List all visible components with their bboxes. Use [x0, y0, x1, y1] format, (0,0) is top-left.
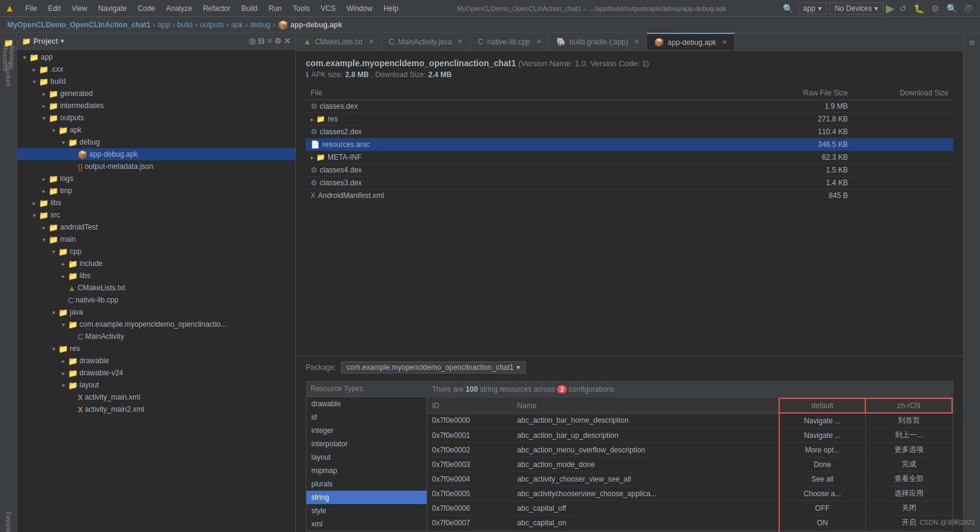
tree-item[interactable]: ▸📁drawable	[17, 355, 296, 367]
table-row[interactable]: ▸📁META-INF62.3 KB	[306, 151, 953, 164]
tab-apkdebug[interactable]: 📦 app-debug.apk ✕	[647, 33, 735, 50]
recent-icon[interactable]: ⏱	[962, 2, 975, 15]
menu-vcs[interactable]: VCS	[316, 3, 341, 14]
tree-item[interactable]: ▸📁include	[17, 257, 296, 270]
device-selector[interactable]: app ▾	[798, 2, 827, 15]
tree-item[interactable]: ▾📁outputs	[17, 112, 296, 124]
menu-run[interactable]: Run	[263, 3, 286, 14]
tree-item[interactable]: ▸📁drawable-v24	[17, 367, 296, 379]
bc-debug[interactable]: debug	[250, 21, 270, 29]
tab-nativelib[interactable]: C native-lib.cpp ✕	[470, 33, 549, 50]
collapse-icon[interactable]: ⊟	[258, 36, 265, 46]
resource-type-item[interactable]: drawable	[306, 397, 427, 411]
tab-mainactivity[interactable]: C MainActivity.java ✕	[382, 33, 471, 50]
tree-item[interactable]: ▾📁main	[17, 233, 296, 245]
resource-type-item[interactable]: style	[306, 504, 427, 517]
menu-tools[interactable]: Tools	[288, 3, 315, 14]
table-row[interactable]: ⚙classes4.dex1.5 KB	[306, 164, 953, 177]
menu-edit[interactable]: Edit	[43, 3, 66, 14]
menu-refactor[interactable]: Refactor	[198, 3, 235, 14]
bc-outputs[interactable]: outputs	[200, 21, 223, 29]
filter-icon[interactable]: ≡	[267, 36, 272, 46]
resource-row[interactable]: 0x7f0e0003abc_action_mode_doneDone完成	[427, 457, 952, 472]
tree-item[interactable]: ▸📁libs	[17, 197, 296, 209]
tree-item[interactable]: ▾📁apk	[17, 124, 296, 136]
tree-item[interactable]: ▾📁debug	[17, 136, 296, 148]
bc-app[interactable]: app	[158, 21, 170, 29]
resource-row[interactable]: 0x7f0e0008abc_menu_alt_shortcut_labelAlt…	[427, 530, 952, 532]
rerun-icon[interactable]: ↺	[897, 2, 909, 15]
run-button[interactable]: ▶	[886, 2, 894, 15]
package-dropdown[interactable]: com.example.myopencldemo_openclinaction_…	[341, 361, 525, 373]
gear-icon[interactable]: ⚙	[274, 36, 282, 46]
tree-item[interactable]: ▾📁com.example.myopencldemo_openclinactio…	[17, 318, 296, 330]
resource-row[interactable]: 0x7f0e0000abc_action_bar_home_descriptio…	[427, 413, 952, 428]
tree-item[interactable]: ▲CMakeLists.txt	[17, 282, 296, 294]
resource-row[interactable]: 0x7f0e0001abc_action_bar_up_descriptionN…	[427, 428, 952, 443]
search-icon[interactable]: 🔍	[780, 2, 796, 15]
resource-type-item[interactable]: mipmap	[306, 464, 427, 477]
menu-view[interactable]: View	[67, 3, 92, 14]
resource-row[interactable]: 0x7f0e0004abc_activity_chooser_view_see_…	[427, 472, 952, 486]
bc-build[interactable]: build	[177, 21, 192, 29]
tree-item[interactable]: ▸📁libs	[17, 270, 296, 282]
apkdebug-tab-close[interactable]: ✕	[722, 39, 727, 46]
menu-window[interactable]: Window	[342, 3, 377, 14]
tree-item[interactable]: Xactivity_main.xml	[17, 391, 296, 403]
cmake-tab-close[interactable]: ✕	[369, 38, 374, 45]
table-row[interactable]: ▸📁res271.8 KB	[306, 113, 953, 126]
tree-item[interactable]: ▾📁app	[17, 51, 296, 63]
debug-icon[interactable]: 🐛	[911, 2, 927, 15]
mainactivity-tab-close[interactable]: ✕	[458, 38, 462, 45]
terminal-icon[interactable]: ⊞	[965, 35, 979, 50]
tree-item[interactable]: 📦app-debug.apk	[17, 148, 296, 160]
favorites-icon[interactable]: Favorites	[4, 517, 13, 532]
tree-item[interactable]: ▸📁androidTest	[17, 221, 296, 233]
panel-close-icon[interactable]: ✕	[284, 36, 291, 46]
resource-type-item[interactable]: integer	[306, 424, 427, 437]
table-row[interactable]: XAndroidManifest.xml845 B	[306, 189, 953, 202]
no-devices-selector[interactable]: No Devices ▾	[830, 2, 884, 15]
tab-gradle[interactable]: 🐘 build.gradle (:app) ✕	[549, 33, 647, 50]
bc-project[interactable]: MyOpenCLDemo_OpenCLInAction_chat1	[7, 21, 150, 29]
settings-icon[interactable]: ⚙	[929, 2, 942, 15]
tree-item[interactable]: CMainActivity	[17, 330, 296, 343]
resource-row[interactable]: 0x7f0e0002abc_action_menu_overflow_descr…	[427, 443, 952, 457]
locate-icon[interactable]: ◎	[249, 36, 255, 46]
menu-build[interactable]: Build	[237, 3, 263, 14]
tree-item[interactable]: ▾📁res	[17, 343, 296, 355]
tree-item[interactable]: Xactivity_main2.xml	[17, 403, 296, 415]
nativelib-tab-close[interactable]: ✕	[536, 38, 541, 45]
menu-help[interactable]: Help	[379, 3, 404, 14]
table-row[interactable]: ⚙classes.dex1.9 MB	[306, 100, 953, 113]
project-dropdown-arrow[interactable]: ▾	[61, 38, 64, 44]
bc-file[interactable]: app-debug.apk	[291, 21, 342, 29]
tree-item[interactable]: ▾📁build	[17, 75, 296, 87]
gradle-tab-close[interactable]: ✕	[634, 38, 639, 45]
tree-item[interactable]: ▾📁src	[17, 209, 296, 221]
tree-item[interactable]: ▸📁logs	[17, 172, 296, 185]
menu-analyze[interactable]: Analyze	[161, 3, 197, 14]
tree-item[interactable]: ▸📁tmp	[17, 185, 296, 197]
table-row[interactable]: ⚙classes2.dex110.4 KB	[306, 126, 953, 138]
resource-type-item[interactable]: interpolator	[306, 437, 427, 451]
menu-code[interactable]: Code	[133, 3, 160, 14]
table-row[interactable]: ⚙classes3.dex1.4 KB	[306, 177, 953, 189]
tree-item[interactable]: {}output-metadata.json	[17, 160, 296, 172]
resource-type-item[interactable]: string	[306, 491, 427, 504]
bc-apk[interactable]: apk	[231, 21, 243, 29]
resource-row[interactable]: 0x7f0e0006abc_capital_offOFF关闭	[427, 501, 952, 516]
table-row[interactable]: 📄resources.arsc346.5 KB	[306, 138, 953, 151]
tree-item[interactable]: ▾📁layout	[17, 379, 296, 391]
resource-row[interactable]: 0x7f0e0007abc_capital_onON开启	[427, 516, 952, 530]
menu-navigate[interactable]: Navigate	[93, 3, 132, 14]
resource-type-item[interactable]: id	[306, 411, 427, 424]
search2-icon[interactable]: 🔍	[944, 2, 959, 15]
resource-row[interactable]: 0x7f0e0005abc_activitychooserview_choose…	[427, 486, 952, 501]
resource-type-item[interactable]: xml	[306, 517, 427, 531]
tree-item[interactable]: ▾📁java	[17, 306, 296, 318]
tab-cmake[interactable]: ▲ CMakeLists.txt ✕	[296, 33, 382, 50]
tree-item[interactable]: Cnative-lib.cpp	[17, 294, 296, 306]
resource-type-item[interactable]: layout	[306, 451, 427, 464]
menu-file[interactable]: File	[21, 3, 42, 14]
